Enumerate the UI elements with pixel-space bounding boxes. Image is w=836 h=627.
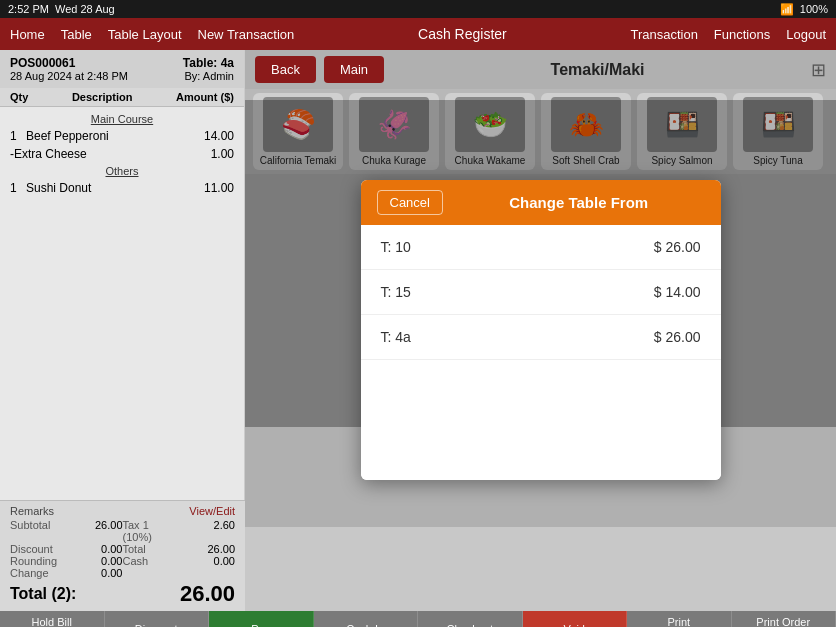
rounding-value: 0.00 [66,555,122,567]
modal-table-row-1[interactable]: T: 15 $ 14.00 [361,270,721,315]
status-time: 2:52 PM [8,3,49,15]
order-item-sushi[interactable]: 1 Sushi Donut 11.00 [0,179,244,197]
total-label: Total [123,543,179,555]
nav-transaction[interactable]: Transaction [630,27,697,42]
cash-value: 0.00 [179,555,235,567]
desc-header: Description [72,91,133,103]
nav-home[interactable]: Home [10,27,45,42]
modal-body: T: 10 $ 26.00 T: 15 $ 14.00 T: 4a $ 26.0… [361,225,721,480]
menu-icon: ⊞ [811,59,826,81]
order-header: POS000061 Table: 4a 28 Aug 2024 at 2:48 … [0,50,244,88]
nav-logout[interactable]: Logout [786,27,826,42]
order-item-beef[interactable]: 1 Beef Pepperoni 14.00 [0,127,244,145]
order-item-modifier: -Extra Cheese 1.00 [0,145,244,163]
hold-bill-button[interactable]: Hold BillSend Order [0,611,105,627]
checkout-button[interactable]: Checkout [418,611,523,627]
total-big-value: 26.00 [180,581,235,607]
menu-header: Back Main Temaki/Maki ⊞ [245,50,836,89]
tax1-label: Tax 1 (10%) [123,519,179,543]
nav-new-transaction[interactable]: New Transaction [198,27,295,42]
change-value: 0.00 [66,567,122,579]
nav-functions[interactable]: Functions [714,27,770,42]
others-label: Others [0,163,244,179]
order-by: By: Admin [184,70,234,82]
subtotal-value: 26.00 [66,519,122,543]
top-nav: Home Table Table Layout New Transaction … [0,18,836,50]
nav-table-layout[interactable]: Table Layout [108,27,182,42]
print-order-list-button[interactable]: Print OrderList [732,611,837,627]
discount-value: 0.00 [66,543,122,555]
change-label: Change [10,567,66,579]
back-button[interactable]: Back [255,56,316,83]
discount-label: Discount [10,543,66,555]
order-date: 28 Aug 2024 at 2:48 PM [10,70,128,82]
nav-table[interactable]: Table [61,27,92,42]
right-bottom-spacer [245,500,836,611]
total-big-label: Total (2): [10,585,76,603]
main-button[interactable]: Main [324,56,384,83]
total-value: 26.00 [179,543,235,555]
cash-in-button[interactable]: Cash In [314,611,419,627]
void-button[interactable]: Void [523,611,628,627]
qty-header: Qty [10,91,28,103]
modal-cancel-button[interactable]: Cancel [377,190,443,215]
order-items: Main Course 1 Beef Pepperoni 14.00 -Extr… [0,107,244,527]
pos-number: POS000061 [10,56,75,70]
change-table-modal: Cancel Change Table From T: 10 $ 26.00 T… [361,180,721,480]
main-course-label: Main Course [0,111,244,127]
menu-title: Temaki/Maki [392,61,803,79]
status-bar: 2:52 PM Wed 28 Aug 📶 100% [0,0,836,18]
battery-status: 100% [800,3,828,15]
modal-header: Cancel Change Table From [361,180,721,225]
button-row-1: Hold BillSend Order Discount Pay Cash In… [0,611,836,627]
order-items-header: Qty Description Amount ($) [0,88,244,107]
table-info: Table: 4a [183,56,234,70]
amount-header: Amount ($) [176,91,234,103]
modal-title: Change Table From [453,194,705,211]
subtotal-label: Subtotal [10,519,66,543]
remarks-label: Remarks [10,505,54,517]
pay-button[interactable]: Pay [209,611,314,627]
wifi-icon: 📶 [780,3,794,16]
status-day: Wed 28 Aug [55,3,115,15]
nav-center-title: Cash Register [418,26,507,42]
modal-overlay: Cancel Change Table From T: 10 $ 26.00 T… [245,100,836,427]
cash-label: Cash [123,555,179,567]
print-current-bill-button[interactable]: PrintCurrent Bill [627,611,732,627]
totals-panel: Remarks View/Edit Subtotal 26.00 Tax 1 (… [0,500,245,611]
modal-empty-space [361,360,721,480]
left-panel: POS000061 Table: 4a 28 Aug 2024 at 2:48 … [0,50,245,527]
modal-table-row-0[interactable]: T: 10 $ 26.00 [361,225,721,270]
bottom-buttons: Hold BillSend Order Discount Pay Cash In… [0,611,836,627]
tax1-value: 2.60 [179,519,235,543]
view-edit-link[interactable]: View/Edit [189,505,235,517]
rounding-label: Rounding [10,555,66,567]
discount-button[interactable]: Discount [105,611,210,627]
modal-table-row-2[interactable]: T: 4a $ 26.00 [361,315,721,360]
